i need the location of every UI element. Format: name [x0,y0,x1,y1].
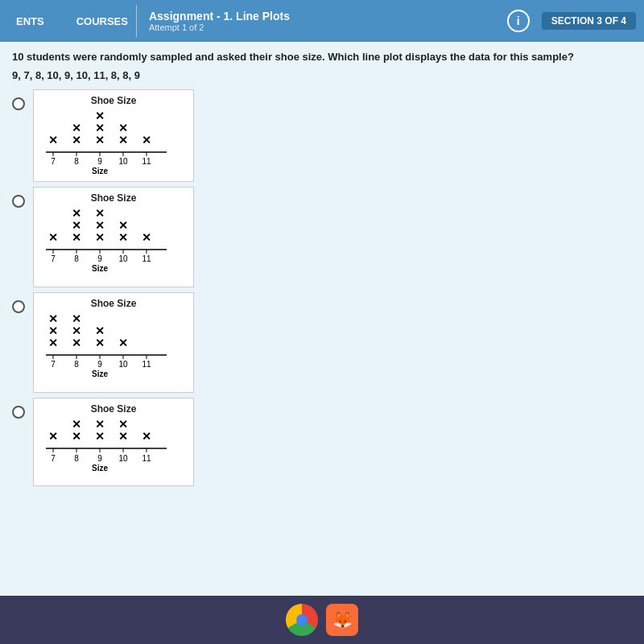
svg-text:✕: ✕ [95,219,105,232]
svg-text:10: 10 [118,360,128,369]
svg-text:✕: ✕ [72,418,81,431]
nav: ENTS COURSES [8,15,136,27]
option-c-radio[interactable] [12,300,25,313]
option-a-svg: ✕ ✕ ✕ ✕ ✕ ✕ ✕ ✕ ✕ [42,108,179,176]
svg-text:✕: ✕ [72,207,81,220]
svg-text:✕: ✕ [118,430,128,443]
option-d-svg: ✕ ✕ ✕ ✕ ✕ ✕ ✕ ✕ [42,416,179,481]
svg-text:10: 10 [118,157,128,166]
content-area: 10 students were randomly sampled and as… [0,42,644,596]
option-d-plot[interactable]: Shoe Size ✕ ✕ ✕ ✕ ✕ ✕ ✕ ✕ [33,398,194,486]
assignment-info: Assignment - 1. Line Plots Attempt 1 of … [137,10,507,32]
svg-text:✕: ✕ [95,207,105,220]
fox-app-icon[interactable]: 🦊 [326,604,358,636]
option-b-plot[interactable]: Shoe Size ✕ ✕ ✕ ✕ ✕ ✕ ✕ ✕ ✕ ✕ [33,187,194,287]
svg-text:✕: ✕ [95,134,105,147]
svg-text:7: 7 [51,157,56,166]
svg-text:✕: ✕ [48,324,58,337]
header: ENTS COURSES Assignment - 1. Line Plots … [0,0,644,42]
svg-text:✕: ✕ [72,324,81,337]
svg-text:✕: ✕ [48,336,58,349]
option-c-title: Shoe Size [42,298,185,309]
svg-text:7: 7 [51,254,56,263]
svg-text:10: 10 [118,254,128,263]
svg-text:✕: ✕ [95,324,105,337]
svg-text:✕: ✕ [118,336,128,349]
svg-text:✕: ✕ [118,231,128,244]
option-a-plot[interactable]: Shoe Size ✕ ✕ ✕ ✕ ✕ ✕ ✕ ✕ [33,89,194,182]
svg-text:✕: ✕ [72,134,81,147]
svg-text:✕: ✕ [95,418,105,431]
svg-text:✕: ✕ [95,122,105,134]
section-label: SECTION 3 OF 4 [542,12,636,30]
option-c-row: Shoe Size ✕ ✕ ✕ ✕ ✕ ✕ ✕ ✕ ✕ [12,292,632,393]
option-d-title: Shoe Size [42,403,185,415]
option-b-row: Shoe Size ✕ ✕ ✕ ✕ ✕ ✕ ✕ ✕ ✕ ✕ [12,187,632,287]
taskbar: 🦊 [0,596,644,644]
svg-text:✕: ✕ [72,231,81,244]
svg-text:11: 11 [142,360,151,369]
svg-text:8: 8 [74,254,79,263]
answer-options: Shoe Size ✕ ✕ ✕ ✕ ✕ ✕ ✕ ✕ [12,89,632,486]
option-b-radio[interactable] [12,195,25,208]
svg-text:Size: Size [92,464,108,473]
svg-text:✕: ✕ [118,122,128,134]
option-c-plot[interactable]: Shoe Size ✕ ✕ ✕ ✕ ✕ ✕ ✕ ✕ ✕ [33,292,194,393]
svg-text:9: 9 [97,454,102,463]
svg-text:11: 11 [142,254,151,263]
data-values: 9, 7, 8, 10, 9, 10, 11, 8, 8, 9 [12,69,632,81]
svg-text:11: 11 [142,157,151,166]
option-c-svg: ✕ ✕ ✕ ✕ ✕ ✕ ✕ ✕ ✕ [42,311,179,387]
option-d-row: Shoe Size ✕ ✕ ✕ ✕ ✕ ✕ ✕ ✕ [12,398,632,486]
svg-text:9: 9 [97,360,102,369]
option-b-svg: ✕ ✕ ✕ ✕ ✕ ✕ ✕ ✕ ✕ ✕ [42,205,179,282]
option-a-title: Shoe Size [42,95,185,106]
svg-text:✕: ✕ [72,122,81,134]
option-a-radio[interactable] [12,97,25,110]
svg-text:✕: ✕ [95,231,105,244]
question-text: 10 students were randomly sampled and as… [12,50,632,64]
svg-text:✕: ✕ [72,336,81,349]
svg-text:✕: ✕ [142,430,151,443]
svg-text:✕: ✕ [95,336,105,349]
option-b-title: Shoe Size [42,192,185,204]
svg-text:✕: ✕ [118,134,128,147]
option-d-radio[interactable] [12,406,25,419]
svg-text:✕: ✕ [95,430,105,443]
courses-nav[interactable]: COURSES [68,15,136,27]
svg-text:✕: ✕ [142,231,151,244]
svg-text:8: 8 [74,454,79,463]
assignment-attempt: Attempt 1 of 2 [149,23,495,32]
svg-text:11: 11 [142,454,151,463]
svg-text:✕: ✕ [48,312,58,325]
svg-text:Size: Size [92,369,108,378]
svg-text:✕: ✕ [72,430,81,443]
svg-text:✕: ✕ [48,430,58,443]
svg-text:8: 8 [74,360,79,369]
option-a-row: Shoe Size ✕ ✕ ✕ ✕ ✕ ✕ ✕ ✕ [12,89,632,182]
svg-text:✕: ✕ [72,219,81,232]
svg-text:Size: Size [92,264,108,273]
svg-text:✕: ✕ [72,312,81,325]
svg-text:✕: ✕ [118,219,128,232]
svg-text:✕: ✕ [48,231,58,244]
svg-text:9: 9 [97,254,102,263]
svg-text:✕: ✕ [95,109,105,122]
svg-text:7: 7 [51,454,56,463]
svg-text:10: 10 [118,454,128,463]
info-button[interactable]: i [507,10,530,32]
svg-text:7: 7 [51,360,56,369]
svg-text:9: 9 [97,157,102,166]
ents-nav[interactable]: ENTS [8,15,52,27]
chrome-browser-icon[interactable] [286,604,318,636]
svg-text:✕: ✕ [118,418,128,431]
svg-text:Size: Size [92,167,108,175]
assignment-title: Assignment - 1. Line Plots [149,10,495,23]
svg-text:✕: ✕ [48,134,58,147]
svg-text:✕: ✕ [142,134,151,147]
svg-text:8: 8 [74,157,79,166]
